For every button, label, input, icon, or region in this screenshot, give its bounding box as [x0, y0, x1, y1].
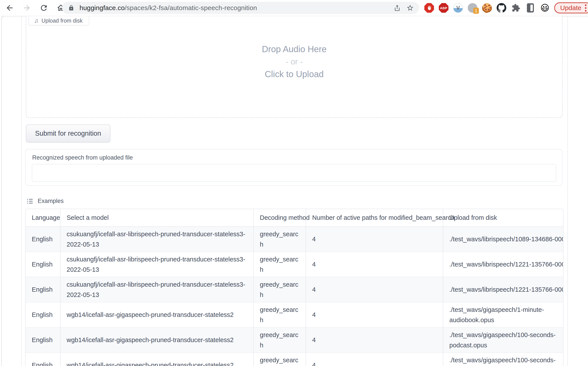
left-divider: [21, 16, 22, 366]
output-label: Recognized speech from uploaded file: [32, 154, 133, 161]
upload-tab-label: Upload from disk: [42, 17, 83, 24]
table-cell[interactable]: ./test_wavs/gigaspeech/100-seconds-podca…: [443, 328, 564, 353]
table-cell[interactable]: 4: [306, 302, 443, 328]
sidebar-toggle-icon[interactable]: [525, 3, 535, 13]
table-cell[interactable]: English: [26, 353, 60, 366]
column-header: Language: [26, 209, 60, 227]
table-header-row: LanguageSelect a modelDecoding methodNum…: [26, 209, 564, 227]
table-row[interactable]: Englishcsukuangfj/icefall-asr-librispeec…: [26, 252, 564, 277]
recognized-speech-card: Recognized speech from uploaded file: [25, 149, 562, 186]
examples-table-card: LanguageSelect a modelDecoding methodNum…: [25, 209, 564, 366]
click-to-upload-text: Click to Upload: [26, 68, 563, 80]
table-cell[interactable]: csukuangfj/icefall-asr-librispeech-prune…: [60, 227, 254, 252]
table-cell[interactable]: English: [26, 252, 60, 277]
reload-icon[interactable]: [39, 3, 49, 13]
table-cell[interactable]: ./test_wavs/librispeech/1221-135766-0002…: [443, 277, 564, 302]
examples-label: Examples: [38, 198, 64, 205]
address-bar[interactable]: huggingface.co/spaces/k2-fsa/automatic-s…: [62, 2, 419, 14]
examples-header: Examples: [27, 198, 64, 205]
table-cell[interactable]: ./test_wavs/librispeech/1089-134686-0001…: [443, 227, 564, 252]
examples-list-icon: [27, 198, 33, 205]
table-cell[interactable]: greedy_search: [254, 227, 306, 252]
omnibox-actions: [394, 4, 414, 12]
extensions-row: ABP V 1 🍪 😃: [424, 0, 588, 16]
extension-badge: 1: [473, 8, 479, 14]
bookmark-star-icon[interactable]: [406, 4, 414, 12]
music-note-icon: ♫: [34, 18, 38, 23]
table-row[interactable]: Englishwgb14/icefall-asr-gigaspeech-prun…: [26, 302, 564, 328]
screenshot-stage: huggingface.co/spaces/k2-fsa/automatic-s…: [0, 0, 588, 366]
drop-audio-here-text: Drop Audio Here: [26, 43, 563, 55]
column-header: Select a model: [60, 209, 254, 227]
table-cell[interactable]: wgb14/icefall-asr-gigaspeech-pruned-tran…: [60, 302, 254, 328]
adblock-hand-icon[interactable]: [424, 3, 434, 13]
table-cell[interactable]: greedy_search: [254, 302, 306, 328]
table-cell[interactable]: 4: [306, 328, 443, 353]
url-host: huggingface.co: [80, 4, 125, 11]
smiley-extension-icon[interactable]: 😃: [540, 3, 550, 13]
table-cell[interactable]: English: [26, 328, 60, 353]
browser-menu-kebab-icon[interactable]: [585, 4, 587, 12]
table-cell[interactable]: 4: [306, 252, 443, 277]
table-cell[interactable]: ./test_wavs/gigaspeech/100-seconds-youtu…: [443, 353, 564, 366]
table-cell[interactable]: greedy_search: [254, 353, 306, 366]
browser-nav-buttons: [5, 0, 66, 16]
table-cell[interactable]: 4: [306, 227, 443, 252]
tab-upload-from-disk[interactable]: ♫ Upload from disk: [29, 16, 89, 25]
github-icon[interactable]: [497, 3, 506, 13]
table-cell[interactable]: 4: [306, 277, 443, 302]
table-cell[interactable]: wgb14/icefall-asr-gigaspeech-pruned-tran…: [60, 353, 254, 366]
table-row[interactable]: Englishcsukuangfj/icefall-asr-librispeec…: [26, 277, 564, 302]
update-label: Update: [560, 4, 581, 12]
table-body: Englishcsukuangfj/icefall-asr-librispeec…: [26, 227, 564, 366]
back-icon[interactable]: [5, 3, 15, 13]
table-cell[interactable]: greedy_search: [254, 252, 306, 277]
browser-toolbar: huggingface.co/spaces/k2-fsa/automatic-s…: [0, 0, 588, 16]
table-cell[interactable]: English: [26, 302, 60, 328]
adblock-plus-icon[interactable]: ABP: [439, 3, 449, 13]
chrome-update-button[interactable]: Update: [554, 2, 588, 13]
table-row[interactable]: Englishwgb14/icefall-asr-gigaspeech-prun…: [26, 328, 564, 353]
table-cell[interactable]: ./test_wavs/gigaspeech/1-minute-audioboo…: [443, 302, 564, 328]
forward-icon[interactable]: [22, 3, 31, 13]
table-cell[interactable]: csukuangfj/icefall-asr-librispeech-prune…: [60, 252, 254, 277]
column-header: Decoding method: [254, 209, 306, 227]
or-text: - or -: [26, 55, 563, 68]
column-header: Number of active paths for modified_beam…: [306, 209, 443, 227]
table-cell[interactable]: csukuangfj/icefall-asr-librispeech-prune…: [60, 277, 254, 302]
notifier-icon[interactable]: 1: [467, 3, 478, 13]
url-path: /spaces/k2-fsa/automatic-speech-recognit…: [125, 4, 257, 11]
table-cell[interactable]: ./test_wavs/librispeech/1221-135766-0001…: [443, 252, 564, 277]
table-row[interactable]: Englishwgb14/icefall-asr-gigaspeech-prun…: [26, 353, 564, 366]
url-text[interactable]: huggingface.co/spaces/k2-fsa/automatic-s…: [80, 4, 394, 12]
vimium-icon[interactable]: V: [453, 3, 463, 13]
right-divider: [567, 16, 568, 366]
table-cell[interactable]: English: [26, 227, 60, 252]
share-icon[interactable]: [394, 4, 401, 11]
table-cell[interactable]: 4: [306, 353, 443, 366]
table-cell[interactable]: greedy_search: [254, 277, 306, 302]
column-header: Upload from disk: [443, 209, 564, 227]
dropzone-text[interactable]: Drop Audio Here - or - Click to Upload: [26, 43, 563, 80]
output-textbox[interactable]: [32, 164, 556, 182]
lock-icon[interactable]: [68, 5, 74, 11]
table-row[interactable]: Englishcsukuangfj/icefall-asr-librispeec…: [26, 227, 564, 252]
table-cell[interactable]: wgb14/icefall-asr-gigaspeech-pruned-tran…: [60, 328, 254, 353]
examples-table: LanguageSelect a modelDecoding methodNum…: [26, 209, 564, 366]
submit-for-recognition-button[interactable]: Submit for recognition: [26, 124, 110, 143]
table-cell[interactable]: English: [26, 277, 60, 302]
cookie-icon[interactable]: 🍪: [482, 3, 492, 13]
table-cell[interactable]: greedy_search: [254, 328, 306, 353]
extensions-puzzle-icon[interactable]: [511, 3, 521, 13]
